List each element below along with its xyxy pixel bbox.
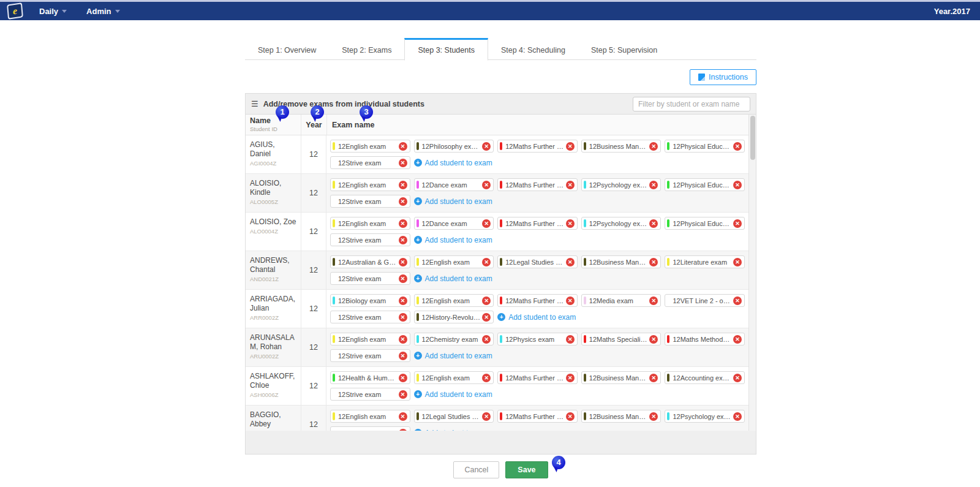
remove-exam-button[interactable]: ✕	[399, 181, 407, 189]
scrollbar-thumb[interactable]	[750, 116, 755, 160]
remove-exam-button[interactable]: ✕	[399, 313, 407, 322]
remove-exam-button[interactable]: ✕	[649, 374, 658, 382]
exam-chip-label: 12Dance exam	[422, 181, 481, 189]
remove-exam-button[interactable]: ✕	[733, 142, 742, 151]
remove-exam-button[interactable]: ✕	[566, 412, 575, 421]
remove-exam-button[interactable]: ✕	[399, 429, 407, 431]
remove-exam-button[interactable]: ✕	[649, 258, 658, 266]
remove-exam-button[interactable]: ✕	[566, 335, 575, 344]
remove-exam-button[interactable]: ✕	[399, 197, 407, 206]
remove-exam-button[interactable]: ✕	[399, 352, 407, 360]
remove-exam-button[interactable]: ✕	[566, 374, 575, 382]
add-student-to-exam-link[interactable]: +Add student to exam	[414, 156, 494, 169]
tab-step-3-students[interactable]: Step 3: Students	[404, 38, 488, 61]
remove-exam-button[interactable]: ✕	[733, 258, 742, 266]
exam-chip-label: 12Philosophy exam	[422, 143, 481, 150]
tab-step-1-overview[interactable]: Step 1: Overview	[245, 38, 329, 61]
remove-exam-button[interactable]: ✕	[566, 219, 575, 228]
student-exams-cell: 12Australian & Glob..✕12English exam✕12L…	[326, 251, 748, 289]
annotation-marker-1: 1	[276, 105, 289, 119]
student-row: ASHLAKOFF, ChloeASH0006Z1212Health & Hum…	[246, 367, 756, 406]
remove-exam-button[interactable]: ✕	[733, 412, 742, 421]
exam-chip-label: 12Biology exam	[338, 297, 397, 304]
menu-admin[interactable]: Admin	[77, 2, 129, 20]
remove-exam-button[interactable]: ✕	[566, 181, 575, 189]
remove-exam-button[interactable]: ✕	[482, 412, 491, 421]
remove-exam-button[interactable]: ✕	[566, 258, 575, 266]
add-student-to-exam-link[interactable]: +Add student to exam	[414, 349, 494, 362]
add-student-to-exam-link[interactable]: +Add student to exam	[414, 233, 494, 246]
filter-input[interactable]	[633, 97, 750, 111]
remove-exam-button[interactable]: ✕	[649, 412, 658, 421]
remove-exam-button[interactable]: ✕	[399, 258, 407, 266]
chevron-down-icon	[115, 10, 120, 13]
remove-exam-button[interactable]: ✕	[482, 219, 491, 228]
app-logo[interactable]: e	[0, 4, 29, 18]
remove-exam-button[interactable]: ✕	[733, 296, 742, 305]
remove-exam-button[interactable]: ✕	[482, 296, 491, 305]
vertical-scrollbar[interactable]	[748, 115, 756, 431]
remove-exam-button[interactable]: ✕	[482, 258, 491, 266]
student-name: ARUNASALAM, Rohan	[250, 333, 297, 352]
save-button[interactable]: Save	[505, 461, 548, 478]
remove-exam-button[interactable]: ✕	[649, 142, 658, 151]
exam-chip-label: 12Maths Further ex...	[505, 220, 564, 227]
student-id: ALO0004Z	[250, 228, 297, 235]
remove-exam-button[interactable]: ✕	[649, 219, 658, 228]
menu-daily[interactable]: Daily	[29, 2, 77, 20]
exam-chip-label: 12Legal Studies exam	[505, 259, 564, 266]
remove-exam-button[interactable]: ✕	[649, 296, 658, 305]
exam-chip: 12Maths Further ex...✕	[497, 410, 578, 423]
add-student-to-exam-link[interactable]: +Add student to exam	[497, 311, 578, 323]
exam-chip: 12Physical Educatio..✕	[665, 217, 745, 230]
remove-exam-button[interactable]: ✕	[399, 390, 407, 399]
add-student-to-exam-link[interactable]: +Add student to exam	[414, 426, 494, 431]
add-student-to-exam-link[interactable]: +Add student to exam	[414, 272, 494, 285]
student-exams-cell: 12Health & Human...✕12English exam✕12Mat…	[326, 367, 748, 405]
remove-exam-button[interactable]: ✕	[399, 274, 407, 283]
remove-exam-button[interactable]: ✕	[649, 181, 658, 189]
remove-exam-button[interactable]: ✕	[399, 236, 407, 244]
exam-chip: 12Strive exam✕	[330, 388, 410, 401]
exam-chip: 12English exam✕	[414, 255, 494, 268]
column-header-name[interactable]: Name Student ID	[246, 115, 301, 135]
remove-exam-button[interactable]: ✕	[482, 313, 491, 322]
remove-exam-button[interactable]: ✕	[733, 219, 742, 228]
add-student-to-exam-link[interactable]: +Add student to exam	[414, 195, 494, 208]
remove-exam-button[interactable]: ✕	[482, 374, 491, 382]
remove-exam-button[interactable]: ✕	[399, 219, 407, 228]
remove-exam-button[interactable]: ✕	[733, 335, 742, 344]
remove-exam-button[interactable]: ✕	[399, 142, 407, 151]
tab-step-4-scheduling[interactable]: Step 4: Scheduling	[488, 38, 578, 61]
exam-chip-label: 12English exam	[422, 374, 481, 382]
remove-exam-button[interactable]: ✕	[649, 335, 658, 344]
remove-exam-button[interactable]: ✕	[482, 142, 491, 151]
remove-exam-button[interactable]: ✕	[482, 335, 491, 344]
remove-exam-button[interactable]: ✕	[566, 142, 575, 151]
exam-chip-label: 12Strive exam	[338, 429, 397, 431]
remove-exam-button[interactable]: ✕	[566, 296, 575, 305]
exam-chip-label: 12Strive exam	[338, 198, 397, 205]
student-name-cell: BAGGIO, AbbeyBAG0005Z	[246, 406, 301, 431]
remove-exam-button[interactable]: ✕	[733, 374, 742, 382]
cancel-button[interactable]: Cancel	[453, 461, 499, 478]
student-name-cell: ARUNASALAM, RohanARU0002Z	[246, 328, 301, 366]
student-name-cell: ALOISIO, KindleALO0005Z	[246, 174, 301, 212]
remove-exam-button[interactable]: ✕	[399, 374, 407, 382]
remove-exam-button[interactable]: ✕	[733, 181, 742, 189]
remove-exam-button[interactable]: ✕	[399, 335, 407, 344]
remove-exam-button[interactable]: ✕	[399, 412, 407, 421]
remove-exam-button[interactable]: ✕	[482, 181, 491, 189]
annotation-marker-4: 4	[552, 456, 565, 469]
exam-chip-label: 12Chemistry exam	[422, 336, 481, 343]
student-row: ARRIAGADA, JulianARR0002Z1212Biology exa…	[246, 290, 756, 328]
remove-exam-button[interactable]: ✕	[399, 159, 407, 167]
exam-chip-label: 12English exam	[422, 259, 481, 266]
instructions-button[interactable]: Instructions	[690, 69, 756, 85]
tab-step-5-supervision[interactable]: Step 5: Supervision	[578, 38, 670, 61]
student-row: BAGGIO, AbbeyBAG0005Z1212English exam✕12…	[246, 406, 756, 431]
tab-step-2-exams[interactable]: Step 2: Exams	[329, 38, 404, 61]
add-student-to-exam-link[interactable]: +Add student to exam	[414, 388, 494, 401]
remove-exam-button[interactable]: ✕	[399, 296, 407, 305]
column-header-exam[interactable]: Exam name	[326, 115, 748, 135]
